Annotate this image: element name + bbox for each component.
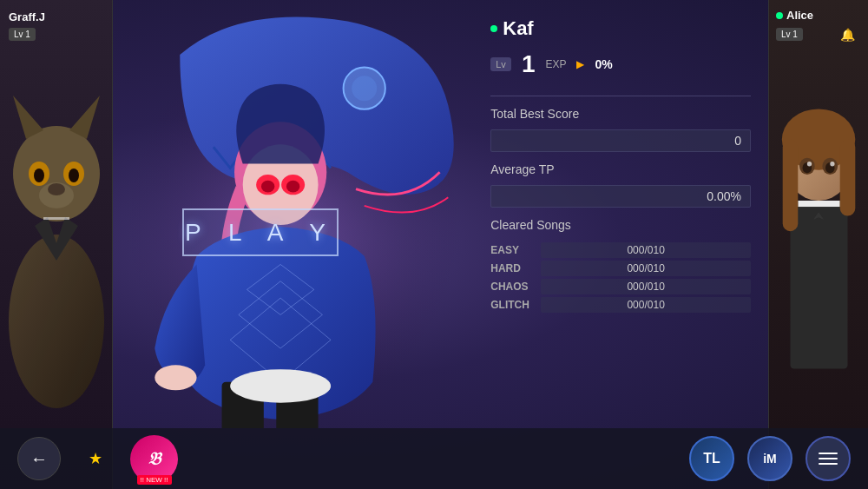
diff-name-glitch: GLITCH: [490, 299, 534, 311]
online-dot: [490, 25, 497, 32]
menu-line-2: [819, 458, 838, 459]
average-tp-label: Average TP: [490, 162, 751, 176]
svg-marker-2: [13, 96, 43, 139]
diff-name-easy: EASY: [490, 244, 534, 256]
level-row: Lv 1 EXP ▶ 0%: [490, 50, 751, 78]
lv-label: Lv: [490, 57, 511, 71]
diff-count-hard: 000/010: [541, 261, 751, 276]
separator-1: [490, 96, 751, 96]
back-icon: ←: [30, 449, 48, 469]
exp-label: EXP: [545, 58, 566, 70]
right-username: Alice: [786, 9, 813, 22]
svg-rect-13: [798, 201, 839, 207]
svg-point-11: [48, 183, 65, 195]
play-button-label: P L A Y: [185, 219, 336, 247]
player-name-row: Kaf: [490, 17, 751, 40]
logo-icon: 𝔅: [148, 449, 161, 469]
svg-point-23: [807, 162, 812, 166]
left-username: Graff.J: [9, 10, 45, 23]
left-character-art: [0, 43, 113, 434]
difficulty-rows: EASY000/010HARD000/010CHAOS000/010GLITCH…: [490, 242, 751, 315]
new-badge: !! NEW !!: [137, 475, 172, 485]
exp-arrow: ▶: [576, 58, 584, 70]
right-character-art: [769, 48, 868, 430]
total-best-score-value: 0: [490, 129, 751, 152]
left-panel: Graff.J Lv 1: [0, 0, 113, 489]
right-lv-badge: Lv 1: [776, 28, 803, 41]
svg-point-34: [155, 365, 196, 390]
star-button[interactable]: ★: [74, 437, 117, 480]
svg-point-24: [830, 162, 834, 166]
bottom-bar: ← ★ 𝔅 !! NEW !! TL iM: [0, 428, 868, 489]
tl-label: TL: [703, 451, 720, 466]
svg-point-33: [286, 181, 299, 193]
svg-marker-3: [69, 96, 100, 139]
right-panel: Alice 🔔 Lv 1: [768, 0, 868, 489]
info-panel: Kaf Lv 1 EXP ▶ 0% Total Best Score 0 Ave…: [473, 0, 768, 489]
diff-name-hard: HARD: [490, 262, 534, 274]
cleared-songs-label: Cleared Songs: [490, 218, 751, 232]
difficulty-row-hard: HARD000/010: [490, 261, 751, 276]
svg-point-32: [261, 181, 274, 193]
right-online-indicator: [776, 12, 783, 19]
diff-count-chaos: 000/010: [541, 279, 751, 294]
back-button[interactable]: ←: [17, 437, 61, 480]
player-level: 1: [522, 50, 536, 78]
play-button[interactable]: P L A Y: [182, 208, 339, 256]
difficulty-row-glitch: GLITCH000/010: [490, 297, 751, 313]
svg-rect-17: [783, 140, 799, 232]
total-best-score-label: Total Best Score: [490, 107, 751, 121]
svg-point-7: [69, 169, 79, 182]
menu-button[interactable]: [806, 436, 851, 481]
star-icon: ★: [89, 449, 102, 468]
notification-bell-icon[interactable]: 🔔: [840, 28, 855, 42]
left-lv-badge: Lv 1: [9, 28, 36, 41]
svg-point-37: [230, 369, 331, 403]
logo-button[interactable]: 𝔅 !! NEW !!: [130, 435, 178, 483]
player-name: Kaf: [503, 17, 533, 40]
diff-count-glitch: 000/010: [541, 297, 751, 313]
average-tp-value: 0.00%: [490, 185, 751, 208]
diff-name-chaos: CHAOS: [490, 281, 534, 293]
exp-value: 0%: [595, 57, 612, 71]
tl-button[interactable]: TL: [689, 436, 734, 481]
svg-point-27: [352, 76, 377, 101]
svg-point-6: [34, 169, 44, 182]
difficulty-row-chaos: CHAOS000/010: [490, 279, 751, 294]
menu-line-3: [819, 463, 838, 465]
svg-rect-18: [840, 140, 856, 216]
im-label: iM: [763, 452, 777, 466]
svg-rect-12: [791, 201, 848, 369]
center-area: P L A Y Kaf Lv 1 EXP ▶ 0% Total Best Sco…: [113, 0, 768, 489]
im-button[interactable]: iM: [747, 436, 792, 481]
diff-count-easy: 000/010: [541, 242, 751, 258]
difficulty-row-easy: EASY000/010: [490, 242, 751, 258]
menu-line-1: [819, 453, 838, 454]
svg-rect-9: [43, 217, 69, 220]
